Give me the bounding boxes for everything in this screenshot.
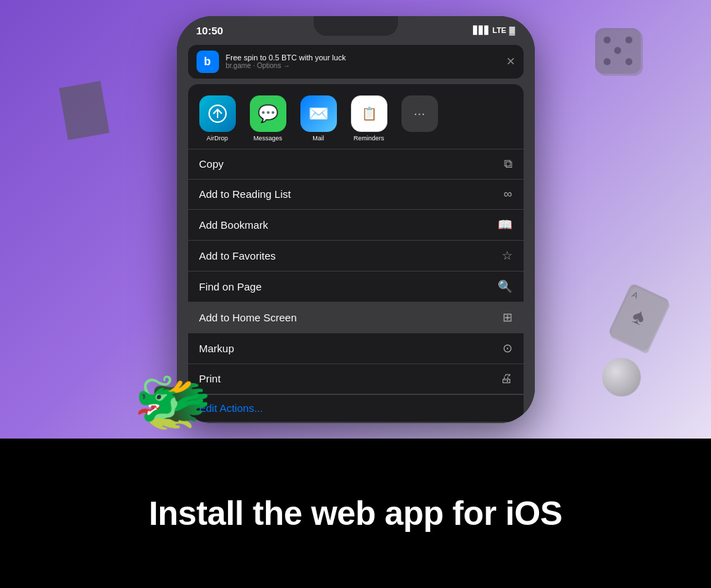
reading-list-icon: ∞ bbox=[503, 187, 512, 201]
mail-label: Mail bbox=[312, 135, 324, 142]
share-item-reading-list[interactable]: Add to Reading List ∞ bbox=[188, 180, 524, 210]
phone-notch bbox=[314, 16, 398, 36]
battery-icon: ▓ bbox=[509, 26, 514, 34]
home-screen-label: Add to Home Screen bbox=[199, 312, 297, 323]
notif-text: Free spin to 0.5 BTC with your luck br.g… bbox=[226, 53, 499, 69]
svg-point-4 bbox=[614, 47, 621, 54]
copy-icon: ⧉ bbox=[504, 157, 512, 171]
reading-list-label: Add to Reading List bbox=[199, 188, 291, 200]
share-item-home-screen[interactable]: Add to Home Screen ⊞ bbox=[188, 302, 524, 333]
app-mail[interactable]: ✉️ Mail bbox=[298, 95, 340, 142]
apps-row: AirDrop 💬 Messages ✉️ Mail 📋 Reminders bbox=[197, 95, 515, 142]
install-title: Install the web app for iOS bbox=[149, 494, 562, 533]
status-icons: ▋▋▋ LTE ▓ bbox=[473, 26, 515, 35]
share-item-markup[interactable]: Markup ⊙ bbox=[188, 333, 524, 364]
phone-screen: 10:50 ▋▋▋ LTE ▓ b Free spin to 0.5 BTC w… bbox=[177, 16, 535, 423]
share-item-bookmark[interactable]: Add Bookmark 📖 bbox=[188, 210, 524, 241]
app-reminders[interactable]: 📋 Reminders bbox=[348, 95, 390, 142]
reminders-label: Reminders bbox=[354, 135, 385, 142]
messages-label: Messages bbox=[253, 135, 282, 142]
dice-decoration bbox=[592, 25, 644, 77]
airdrop-label: AirDrop bbox=[206, 135, 228, 142]
find-label: Find on Page bbox=[199, 281, 262, 293]
deco-photo bbox=[59, 81, 109, 140]
reminders-icon: 📋 bbox=[351, 95, 387, 132]
notif-title: Free spin to 0.5 BTC with your luck bbox=[226, 53, 499, 62]
airdrop-icon bbox=[199, 95, 236, 132]
more-icon: ··· bbox=[401, 95, 438, 132]
signal-icon: ▋▋▋ bbox=[473, 26, 490, 35]
print-icon: 🖨 bbox=[500, 372, 512, 386]
svg-point-5 bbox=[604, 58, 611, 65]
app-messages[interactable]: 💬 Messages bbox=[247, 95, 289, 142]
share-item-find[interactable]: Find on Page 🔍 bbox=[188, 272, 524, 302]
notif-close-icon[interactable]: ✕ bbox=[506, 55, 515, 68]
bookmark-icon: 📖 bbox=[498, 218, 512, 232]
edit-actions-section[interactable]: Edit Actions... bbox=[188, 395, 524, 422]
favorites-icon: ☆ bbox=[502, 248, 512, 263]
phone-mockup: 10:50 ▋▋▋ LTE ▓ b Free spin to 0.5 BTC w… bbox=[177, 16, 535, 423]
share-item-favorites[interactable]: Add to Favorites ☆ bbox=[188, 241, 524, 272]
share-apps-section: AirDrop 💬 Messages ✉️ Mail 📋 Reminders bbox=[188, 84, 524, 149]
ball-decoration bbox=[602, 358, 641, 396]
svg-point-2 bbox=[604, 36, 611, 44]
messages-icon: 💬 bbox=[250, 95, 286, 132]
status-time: 10:50 bbox=[197, 25, 223, 36]
svg-point-6 bbox=[625, 58, 632, 65]
markup-icon: ⊙ bbox=[503, 341, 512, 356]
lte-label: LTE bbox=[493, 26, 507, 34]
mail-icon: ✉️ bbox=[300, 95, 337, 132]
copy-label: Copy bbox=[199, 158, 224, 170]
markup-label: Markup bbox=[199, 342, 234, 354]
notif-subtitle: br.game · Options → bbox=[226, 62, 499, 69]
top-section: ♠ A 🐲 10:50 ▋▋▋ LTE ▓ b bbox=[0, 0, 711, 439]
notif-app-icon: b bbox=[197, 51, 219, 73]
card-decoration: ♠ A bbox=[606, 281, 672, 354]
share-menu: Copy ⧉ Add to Reading List ∞ Add Bookmar… bbox=[188, 149, 524, 394]
bottom-section: Install the web app for iOS bbox=[0, 439, 711, 588]
bookmark-label: Add Bookmark bbox=[199, 219, 268, 231]
share-item-print[interactable]: Print 🖨 bbox=[188, 364, 524, 394]
favorites-label: Add to Favorites bbox=[199, 250, 276, 262]
notification-bar[interactable]: b Free spin to 0.5 BTC with your luck br… bbox=[188, 45, 524, 79]
app-more[interactable]: ··· bbox=[399, 95, 441, 135]
home-screen-icon: ⊞ bbox=[503, 310, 512, 325]
app-airdrop[interactable]: AirDrop bbox=[197, 95, 239, 142]
share-item-copy[interactable]: Copy ⧉ bbox=[188, 149, 524, 180]
svg-point-3 bbox=[625, 36, 632, 44]
find-icon: 🔍 bbox=[498, 279, 512, 294]
dragon-decoration: 🐲 bbox=[133, 365, 212, 439]
